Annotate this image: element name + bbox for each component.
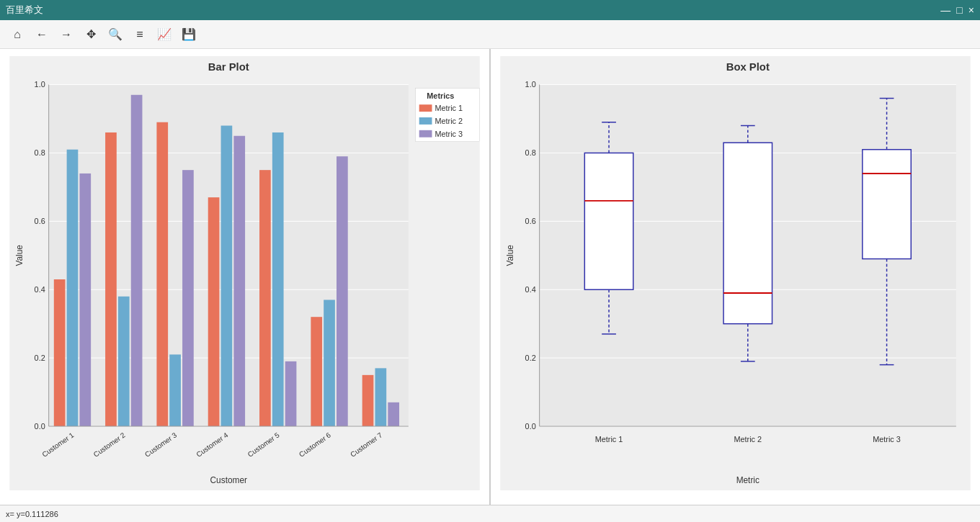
toolbar: ⌂ ← → ✥ 🔍 ≡ 📈 💾 [0,20,980,49]
svg-rect-24 [182,170,194,426]
home-button[interactable]: ⌂ [7,24,27,45]
title-bar: 百里希文 — □ × [0,0,980,20]
svg-rect-83 [863,150,911,259]
svg-text:0.6: 0.6 [525,217,536,225]
svg-text:0.8: 0.8 [35,148,45,157]
svg-rect-18 [105,132,117,426]
svg-text:1.0: 1.0 [525,80,536,89]
status-bar: x= y=0.111286 [0,505,980,522]
status-text: x= y=0.111286 [6,510,58,518]
bar-plot-svg: 0.00.20.40.60.81.0Customer 1Customer 2Cu… [7,56,482,490]
settings-button[interactable]: ≡ [130,24,150,45]
svg-text:Metric 2: Metric 2 [435,117,463,125]
window-controls[interactable]: — □ × [940,4,974,16]
svg-text:Metric 1: Metric 1 [595,435,623,444]
zoom-button[interactable]: 🔍 [105,24,125,45]
forward-button[interactable]: → [56,24,76,45]
svg-text:Metrics: Metrics [427,91,454,100]
main-content: 0.00.20.40.60.81.0Customer 1Customer 2Cu… [0,49,980,505]
svg-text:0.8: 0.8 [525,148,536,157]
save-button[interactable]: 💾 [179,24,199,45]
svg-rect-69 [584,153,633,289]
svg-text:Box Plot: Box Plot [726,61,770,73]
svg-text:0.6: 0.6 [35,217,45,225]
bar-plot-container: 0.00.20.40.60.81.0Customer 1Customer 2Cu… [0,49,489,505]
svg-text:Value: Value [14,245,24,266]
svg-text:0.0: 0.0 [525,422,536,431]
box-plot-svg: 0.00.20.40.60.81.0Metric 1Metric 2Metric… [498,56,973,490]
svg-rect-32 [285,361,297,426]
svg-rect-27 [221,125,233,426]
maximize-button[interactable]: □ [956,4,962,16]
box-plot-container: 0.00.20.40.60.81.0Metric 1Metric 2Metric… [491,49,980,505]
svg-text:Metric 2: Metric 2 [734,435,762,444]
svg-rect-34 [311,317,322,426]
svg-text:Metric 3: Metric 3 [873,435,901,444]
svg-text:Bar Plot: Bar Plot [208,61,249,73]
svg-rect-39 [375,368,387,426]
svg-text:Metric 3: Metric 3 [435,130,463,138]
svg-rect-35 [324,300,335,426]
svg-text:0.2: 0.2 [525,354,536,362]
svg-rect-30 [259,170,271,426]
svg-text:Metric 1: Metric 1 [435,104,463,112]
svg-rect-23 [169,354,181,426]
close-button[interactable]: × [968,4,974,16]
svg-text:1.0: 1.0 [35,80,45,89]
back-button[interactable]: ← [32,24,52,45]
svg-rect-20 [131,95,143,426]
chart-button[interactable]: 📈 [154,24,174,45]
svg-text:0.0: 0.0 [35,422,45,431]
svg-rect-76 [723,143,772,323]
svg-rect-26 [208,197,220,426]
svg-text:0.2: 0.2 [35,354,45,362]
svg-rect-40 [388,402,399,426]
svg-text:Metric: Metric [736,475,760,485]
svg-rect-15 [67,150,79,426]
svg-rect-31 [272,132,284,426]
svg-rect-19 [118,297,130,426]
svg-rect-36 [337,156,348,426]
minimize-button[interactable]: — [940,4,950,16]
app-title: 百里希文 [6,4,43,17]
svg-rect-16 [79,174,91,426]
pan-button[interactable]: ✥ [81,24,101,45]
svg-rect-51 [419,117,432,125]
svg-rect-49 [419,104,432,112]
svg-rect-28 [233,136,245,426]
svg-rect-38 [362,375,374,426]
svg-text:0.4: 0.4 [35,285,45,294]
svg-text:0.4: 0.4 [525,285,536,294]
svg-text:Value: Value [505,245,515,266]
svg-rect-22 [156,122,168,426]
svg-rect-14 [54,279,66,426]
svg-text:Customer: Customer [210,475,247,485]
svg-rect-53 [419,130,432,138]
